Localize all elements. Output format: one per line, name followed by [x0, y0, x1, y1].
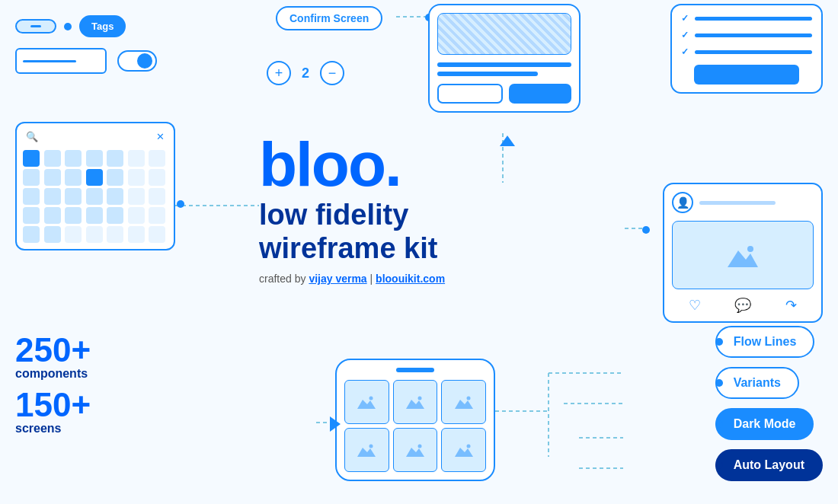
cal-cell[interactable]: [65, 207, 82, 224]
svg-marker-21: [406, 448, 424, 457]
feature-pill-flow-lines[interactable]: Flow Lines: [715, 326, 815, 358]
svg-marker-17: [455, 400, 473, 409]
brand-name: bloo.: [259, 133, 445, 196]
cal-cell[interactable]: [128, 150, 145, 167]
tag-label: Tags: [79, 15, 126, 37]
avatar: 👤: [672, 192, 693, 213]
photo-placeholder: [357, 443, 376, 457]
feature-pill-row: Variants: [715, 367, 823, 399]
components-count: 250+: [15, 333, 91, 367]
checklist-item: ✓: [681, 13, 812, 24]
cal-cell[interactable]: [23, 207, 40, 224]
check-line: [695, 33, 812, 37]
photo-placeholder: [406, 395, 424, 409]
svg-point-20: [369, 445, 373, 448]
tag-row: Tags: [15, 15, 157, 37]
cal-cell[interactable]: [23, 188, 40, 205]
feature-pill-dark-mode[interactable]: Dark Mode: [715, 408, 814, 440]
cal-cell[interactable]: [149, 150, 165, 167]
calendar-header: 🔍 ✕: [23, 129, 168, 144]
footer-button[interactable]: [694, 65, 799, 85]
toggle-knob: [137, 53, 152, 69]
calendar-widget: 🔍 ✕: [15, 122, 175, 250]
svg-point-22: [417, 445, 421, 448]
brand-section: bloo. low fidelity wireframe kit crafted…: [259, 133, 445, 285]
cal-cell[interactable]: [149, 169, 165, 186]
photo-cell[interactable]: [441, 428, 486, 472]
search-icon[interactable]: 🔍: [26, 131, 38, 142]
photo-grid-phone: [335, 359, 495, 481]
feature-pill-auto-layout[interactable]: Auto Layout: [715, 449, 823, 481]
components-label: components: [15, 367, 91, 381]
cal-cell[interactable]: [65, 150, 82, 167]
feature-pill-row: Auto Layout: [715, 449, 823, 481]
photo-cell[interactable]: [441, 380, 486, 424]
check-icon: ✓: [681, 13, 689, 24]
share-icon[interactable]: ↷: [785, 297, 797, 314]
cal-cell[interactable]: [128, 169, 145, 186]
cal-cell[interactable]: [23, 226, 40, 243]
photo-cell[interactable]: [344, 380, 389, 424]
photo-grid: [344, 380, 486, 472]
pill-connector-dot: [715, 379, 723, 387]
screens-count: 150+: [15, 388, 91, 422]
cal-cell[interactable]: [44, 188, 61, 205]
cal-cell[interactable]: [44, 169, 61, 186]
author-link[interactable]: vijay verma: [309, 273, 366, 285]
cal-cell[interactable]: [128, 226, 145, 243]
feature-pill-row: Dark Mode: [715, 408, 823, 440]
heart-icon[interactable]: ♡: [689, 297, 701, 314]
profile-name-line: [699, 201, 776, 205]
cal-cell[interactable]: [65, 169, 82, 186]
input-line: [23, 60, 76, 62]
close-icon[interactable]: ✕: [156, 131, 165, 142]
pill-connector-dot: [715, 420, 723, 428]
calendar-grid: [23, 150, 168, 243]
cal-cell[interactable]: [86, 188, 103, 205]
input-field[interactable]: [15, 48, 107, 74]
cal-cell[interactable]: [128, 207, 145, 224]
cal-cell[interactable]: [107, 188, 123, 205]
svg-marker-23: [455, 448, 473, 457]
stepper-increment[interactable]: −: [320, 61, 344, 85]
comment-icon[interactable]: 💬: [734, 297, 751, 314]
brand-credit: crafted by vijay verma | bloouikit.com: [259, 273, 445, 285]
cal-cell[interactable]: [65, 188, 82, 205]
photo-cell[interactable]: [393, 428, 438, 472]
photo-placeholder: [357, 395, 376, 409]
cal-cell[interactable]: [107, 169, 123, 186]
cal-cell[interactable]: [23, 150, 40, 167]
pill-button[interactable]: [15, 19, 56, 33]
svg-marker-15: [406, 400, 424, 409]
stepper-decrement[interactable]: +: [267, 61, 291, 85]
cal-cell[interactable]: [149, 207, 165, 224]
cal-cell[interactable]: [86, 150, 103, 167]
cal-cell[interactable]: [149, 188, 165, 205]
stat-screens: 150+ screens: [15, 388, 91, 435]
cal-cell[interactable]: [86, 169, 103, 186]
confirm-screen-label: Confirm Screen: [276, 6, 382, 30]
cal-cell[interactable]: [149, 226, 165, 243]
cal-cell[interactable]: [107, 207, 123, 224]
dash-icon: [30, 25, 41, 27]
cal-cell[interactable]: [107, 226, 123, 243]
cal-cell[interactable]: [86, 207, 103, 224]
feature-pill-row: Flow Lines: [715, 326, 823, 358]
cal-cell[interactable]: [107, 150, 123, 167]
photo-cell[interactable]: [393, 380, 438, 424]
cal-cell[interactable]: [65, 226, 82, 243]
cal-cell[interactable]: [44, 150, 61, 167]
toggle-switch[interactable]: [117, 50, 157, 72]
site-link[interactable]: bloouikit.com: [376, 273, 445, 285]
cal-cell[interactable]: [44, 226, 61, 243]
checklist-widget: ✓ ✓ ✓: [670, 4, 823, 94]
cal-cell[interactable]: [86, 226, 103, 243]
arrow-right-icon: [330, 416, 341, 432]
svg-point-24: [466, 445, 470, 448]
cal-cell[interactable]: [128, 188, 145, 205]
check-line: [695, 50, 812, 54]
cal-cell[interactable]: [44, 207, 61, 224]
cal-cell[interactable]: [23, 169, 40, 186]
feature-pill-variants[interactable]: Variants: [715, 367, 799, 399]
photo-cell[interactable]: [344, 428, 389, 472]
